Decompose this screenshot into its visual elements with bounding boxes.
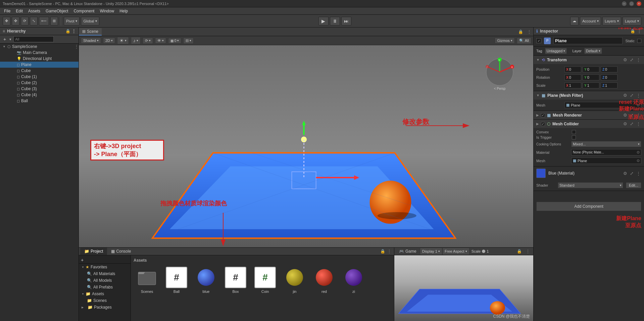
menu-gameobject[interactable]: GameObject xyxy=(43,8,71,14)
transform-settings-icon[interactable]: ⚙ xyxy=(623,57,628,62)
tree-samplescene[interactable]: ▼ ⬡ SampleScene ⋮ xyxy=(0,44,79,50)
mesh-renderer-settings-icon[interactable]: ⚙ xyxy=(623,113,628,118)
static-checkbox[interactable] xyxy=(637,39,641,43)
tree-plane[interactable]: ◻ Plane xyxy=(0,62,79,68)
scale-z-field[interactable]: Z 1 xyxy=(601,82,617,88)
menu-assets[interactable]: Assets xyxy=(26,8,43,14)
menu-window[interactable]: Window xyxy=(97,8,117,14)
hierarchy-menu-icon[interactable]: ⋮ xyxy=(72,29,76,34)
mesh-collider-settings-icon[interactable]: ⚙ xyxy=(623,121,628,126)
menu-edit[interactable]: Edit xyxy=(13,8,26,14)
asset-scenes[interactable]: Scenes xyxy=(134,265,160,295)
cooking-dropdown[interactable]: Mixed... xyxy=(571,141,641,147)
hierarchy-lock-icon[interactable]: 🔒 xyxy=(65,29,70,34)
scene-menu-icon[interactable]: ⋮ xyxy=(525,29,533,34)
material-more-icon[interactable]: ⤢ xyxy=(629,171,634,176)
lock-icon[interactable]: 🔒 xyxy=(380,249,385,254)
mesh-collider-more-icon[interactable]: ⤢ xyxy=(629,121,634,126)
transform-overflow-icon[interactable]: ⋮ xyxy=(636,57,641,62)
menu-help[interactable]: Help xyxy=(117,8,131,14)
mesh-renderer-checkbox[interactable] xyxy=(541,113,545,117)
rot-z-field[interactable]: Z 0 xyxy=(601,74,617,80)
transform-header[interactable]: ▼ ⟲ Transform ⚙ ⤢ ⋮ xyxy=(534,56,644,64)
material-color-swatch[interactable] xyxy=(536,169,546,178)
edit-shader-btn[interactable]: Edit... xyxy=(626,182,641,188)
close-btn[interactable]: ✕ xyxy=(637,1,641,6)
asset-ball[interactable]: # Ball xyxy=(163,265,190,295)
shader-dropdown[interactable]: Standard xyxy=(558,182,623,188)
pivot-dropdown[interactable]: Pivot xyxy=(64,17,80,25)
scale-x-field[interactable]: X 1 xyxy=(564,82,581,88)
tree-cube4[interactable]: ◻ Cube (4) xyxy=(0,92,79,98)
tree-cube2[interactable]: ◻ Cube (2) xyxy=(0,80,79,86)
tree-main-camera[interactable]: 📷 Main Camera xyxy=(0,50,79,56)
maximize-btn[interactable]: □ xyxy=(629,1,634,6)
transform-more-icon[interactable]: ⤢ xyxy=(629,57,634,62)
collider-mesh-field[interactable]: ▦ Plane ⊙ xyxy=(571,157,641,164)
sidebar-all-materials[interactable]: 🔍 All Materials xyxy=(79,270,131,277)
project-add-btn[interactable]: + xyxy=(81,257,84,263)
tab-console[interactable]: ▦ Console xyxy=(107,248,135,255)
hierarchy-search-input[interactable] xyxy=(13,36,54,42)
snap-btn[interactable]: ⊟ xyxy=(183,38,194,44)
transform-move-tool[interactable]: ✜ xyxy=(12,17,19,25)
minimize-btn[interactable]: ─ xyxy=(622,1,627,6)
transform-scale-tool[interactable]: ⤡ xyxy=(30,17,38,25)
account-dropdown[interactable]: Account xyxy=(580,17,601,25)
sidebar-packages[interactable]: 📁 Packages xyxy=(79,304,131,311)
transform-rect-tool[interactable]: ⟵ xyxy=(39,17,49,25)
material-settings-icon[interactable]: ⚙ xyxy=(623,171,628,176)
mesh-filter-header[interactable]: ▼ ▦ Plane (Mesh Filter) ⚙ ⤢ ⋮ xyxy=(534,91,644,100)
grid-btn[interactable]: ▦ 0 xyxy=(168,38,181,44)
asset-blue[interactable]: blue xyxy=(193,265,219,295)
add-component-button[interactable]: Add Component xyxy=(536,202,641,211)
step-button[interactable]: ⏭ xyxy=(341,17,351,25)
more-icon[interactable]: ⋮ xyxy=(387,249,391,254)
asset-red[interactable]: red xyxy=(311,265,338,295)
inspector-lock-icon[interactable]: 🔒 xyxy=(630,29,635,34)
mesh-collider-header[interactable]: ▶ ⬡ Mesh Collider ⚙ ⤢ ⋮ xyxy=(534,120,644,128)
gizmos-dropdown[interactable]: Gizmos xyxy=(495,38,514,44)
transform-hand-tool[interactable]: ✥ xyxy=(3,17,10,25)
transform-all-tool[interactable]: ⊞ xyxy=(50,17,58,25)
display-dropdown[interactable]: Display 1 xyxy=(420,248,442,255)
menu-component[interactable]: Component xyxy=(71,8,97,14)
play-button[interactable]: ▶ xyxy=(318,17,329,25)
tree-cube3[interactable]: ◻ Cube (3) xyxy=(0,86,79,92)
2d-toggle[interactable]: 2D xyxy=(103,38,115,44)
mesh-renderer-header[interactable]: ▶ ▦ Mesh Renderer ⚙ ⤢ ⋮ xyxy=(534,111,644,119)
audio-btn[interactable]: ♪ xyxy=(131,37,141,44)
mesh-select-icon[interactable]: ⊙ xyxy=(637,103,640,107)
material-overflow-icon[interactable]: ⋮ xyxy=(636,171,641,176)
scene-view[interactable]: ⊞ Scene 🔒 ⋮ Shaded 2D ☀ ♪ ⟳ 👁 ▦ 0 ⊟ Gizm… xyxy=(79,27,533,247)
scene-menu-icon[interactable]: ⋮ xyxy=(75,44,79,49)
effects-btn[interactable]: ⟳ xyxy=(143,38,153,44)
game-menu-icon[interactable]: ⋮ xyxy=(524,249,532,254)
sidebar-favorites[interactable]: ★ Favorites xyxy=(79,264,131,270)
tab-scene[interactable]: ⊞ Scene xyxy=(79,28,102,36)
asset-coin[interactable]: # Coin xyxy=(252,265,279,295)
pos-x-field[interactable]: X 0 xyxy=(564,66,581,72)
mesh-collider-overflow-icon[interactable]: ⋮ xyxy=(636,121,641,126)
mesh-renderer-more-icon[interactable]: ⤢ xyxy=(629,113,634,118)
tree-cube[interactable]: ◻ Cube xyxy=(0,68,79,74)
sidebar-all-prefabs[interactable]: 🔍 All Prefabs xyxy=(79,284,131,291)
mesh-renderer-overflow-icon[interactable]: ⋮ xyxy=(636,113,641,118)
mesh-value-field[interactable]: ▦ Plane ⊙ xyxy=(564,102,641,108)
pause-button[interactable]: ⏸ xyxy=(330,17,340,25)
scene-lock-icon[interactable]: 🔒 xyxy=(516,29,525,34)
hidden-btn[interactable]: 👁 xyxy=(155,38,166,44)
sidebar-assets[interactable]: 📁 Assets xyxy=(79,291,131,297)
hierarchy-add-btn[interactable]: + xyxy=(2,37,7,42)
asset-jin[interactable]: jin xyxy=(281,265,308,295)
obj-active-checkbox[interactable] xyxy=(536,38,541,43)
transform-rotate-tool[interactable]: ⟳ xyxy=(21,17,29,25)
mesh-filter-overflow-icon[interactable]: ⋮ xyxy=(636,93,641,98)
layer-dropdown[interactable]: Default xyxy=(584,48,602,54)
tree-cube1[interactable]: ◻ Cube (1) xyxy=(0,74,79,80)
mesh-filter-settings-icon[interactable]: ⚙ xyxy=(623,93,628,98)
collider-material-field[interactable]: None (Physic Mate... ⊙ xyxy=(571,149,641,155)
pos-y-field[interactable]: Y 0 xyxy=(583,66,599,72)
pos-z-field[interactable]: Z 0 xyxy=(601,66,617,72)
collider-mesh-select[interactable]: ⊙ xyxy=(637,158,640,163)
